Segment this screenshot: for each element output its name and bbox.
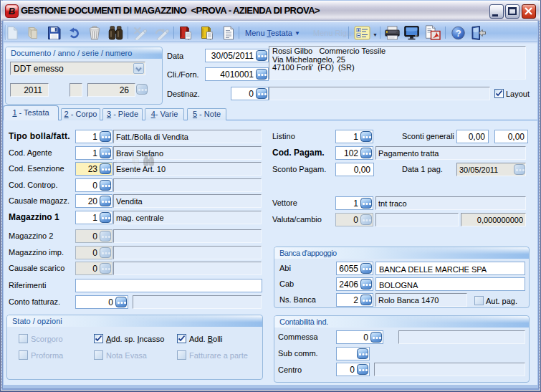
- svg-text:?: ?: [456, 28, 461, 39]
